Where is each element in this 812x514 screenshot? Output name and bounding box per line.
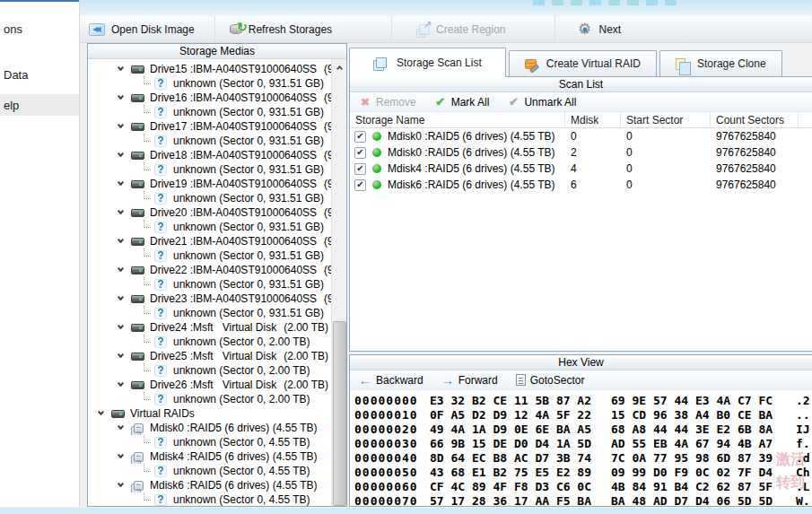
action-button[interactable]: Backward [359,372,423,388]
tree-item[interactable]: Mdisk0 :RAID5 (6 drives) (4.55 TB) [88,421,331,435]
action-button[interactable]: Remove [359,96,416,109]
sidebar-item[interactable]: ons [0,18,79,39]
tree-item[interactable]: unknown (Sector 0, 931.51 GB) [88,76,331,91]
tree-item-icon [154,249,170,262]
action-button[interactable]: GotoSector [516,374,585,387]
chevron-down-icon[interactable] [118,179,124,186]
column-header[interactable]: Count Sectors [711,112,799,127]
tree-item[interactable]: unknown (Sector 0, 2.00 TB) [88,335,331,349]
tree-item[interactable]: unknown (Sector 0, 931.51 GB) [88,105,331,119]
chevron-down-icon[interactable] [118,65,124,71]
tree-item[interactable]: Mdisk6 :RAID5 (6 drives) (4.55 TB) [88,478,331,492]
tree-item[interactable]: Drive19 :IBM-A040ST91000640SS (931. [88,177,331,191]
tree-item[interactable]: unknown (Sector 0, 4.55 TB) [88,435,331,449]
tree-item[interactable]: Drive24 :Msft Virtual Disk (2.00 TB) [88,320,331,335]
tree-item-label: Drive26 :Msft Virtual Disk [150,379,276,391]
scrollbar-thumb[interactable] [333,321,346,506]
chevron-down-icon[interactable] [118,380,124,387]
hex-dump[interactable]: 00000000 E3 32 B2 CE 11 5B 87 A2 69 9E 5… [350,390,812,506]
row-checkbox[interactable] [354,179,366,191]
tree-item-size: (931. [324,149,331,161]
tree-item[interactable]: unknown (Sector 0, 2.00 TB) [88,363,331,378]
sidebar-item[interactable]: Data [0,64,79,85]
tree-item[interactable]: Drive16 :IBM-A040ST91000640SS (931. [88,91,331,105]
tab[interactable]: Storage Clone [659,50,782,76]
cell-start-sector: 0 [621,146,711,159]
chevron-down-icon[interactable] [118,423,124,430]
toolbar-button[interactable]: Create Region [392,16,554,42]
action-button[interactable]: Unmark All [507,95,576,109]
tree-item-label: Drive23 :IBM-A040ST91000640SS [150,292,317,305]
tree-item-icon [131,178,146,190]
action-button[interactable]: Mark All [434,95,490,109]
tree-item[interactable]: Virtual RAIDs [88,406,331,421]
tree-item[interactable]: Drive25 :Msft Virtual Disk (2.00 TB) [88,349,331,363]
chevron-down-icon[interactable] [118,294,124,301]
chevron-down-icon[interactable] [118,352,124,358]
tree-item[interactable]: Drive21 :IBM-A040ST91000640SS (931. [88,234,331,248]
tree-item[interactable]: Drive17 :IBM-A040ST91000640SS (931. [88,119,331,134]
chevron-down-icon[interactable] [118,452,124,458]
tree-item-icon [154,192,170,205]
scroll-up-arrow[interactable] [332,59,346,74]
tree-item[interactable]: unknown (Sector 0, 931.51 GB) [88,134,331,148]
tree-item[interactable]: unknown (Sector 0, 931.51 GB) [88,191,331,205]
hex-ascii: .2.. [796,394,812,407]
tree-item[interactable]: Drive18 :IBM-A040ST91000640SS (931. [88,148,331,162]
tree-item[interactable]: unknown (Sector 0, 2.00 TB) [88,392,331,406]
tree-item[interactable]: unknown (Sector 0, 4.55 TB) [88,464,331,478]
column-header[interactable]: Start Sector [621,112,711,127]
chevron-down-icon[interactable] [98,409,104,415]
column-header[interactable]: Mdisk [565,112,621,127]
tree-item[interactable]: unknown (Sector 0, 931.51 GB) [88,162,331,177]
hex-ascii: .... [796,408,812,422]
row-checkbox[interactable] [354,131,366,143]
chevron-down-icon[interactable] [118,481,124,487]
tree-item[interactable]: unknown (Sector 0, 931.51 GB) [88,248,331,263]
bottom-strip [0,507,812,514]
tree-item[interactable]: Drive26 :Msft Virtual Disk (2.00 TB) [88,378,331,392]
tab[interactable]: Create Virtual RAID [509,50,657,76]
tree-item-label: unknown (Sector 0, 2.00 TB) [173,393,310,405]
toolbar-button[interactable]: Open Disk Image [80,16,215,42]
tree-item[interactable]: unknown (Sector 0, 4.55 TB) [88,492,331,506]
toolbar-button[interactable]: Next [555,16,636,42]
sidebar-item[interactable]: elp [0,94,79,116]
tree-connector [144,464,151,472]
chevron-down-icon[interactable] [118,237,124,243]
action-button[interactable]: Forward [441,372,498,388]
scan-table-row[interactable]: Mdisk6 :RAID5 (6 drives) (4.55 TB) 6 0 9… [350,177,812,193]
tree-item[interactable]: Drive23 :IBM-A040ST91000640SS (931. [88,292,331,306]
column-header[interactable]: Storage Name [350,112,565,127]
chevron-down-icon[interactable] [118,122,124,128]
hex-bytes-group2: 09 99 D0 F9 0C 02 7F D4 [611,466,773,479]
tab[interactable]: Storage Scan List [349,48,506,77]
tree-item[interactable]: Drive15 :IBM-A040ST91000640SS (931. [88,62,331,76]
tree-item[interactable]: unknown (Sector 0, 931.51 GB) [88,306,331,320]
right-panel: Storage Scan List Create Virtual RAID St… [349,43,812,507]
toolbar-button[interactable]: Refresh Storages [215,16,392,42]
tree-item[interactable]: Drive20 :IBM-A040ST91000640SS (931. [88,205,331,220]
tree-item[interactable]: Mdisk4 :RAID5 (6 drives) (4.55 TB) [88,449,331,464]
tab-icon [376,57,387,68]
hex-bytes-group1: 43 68 E1 B2 75 E5 E2 89 [430,466,591,479]
chevron-down-icon[interactable] [118,208,124,214]
scan-table-row[interactable]: Mdisk0 :RAID5 (6 drives) (4.55 TB) 2 0 9… [350,144,812,161]
row-checkbox[interactable] [354,147,366,159]
chevron-down-icon[interactable] [118,323,124,329]
chevron-down-icon[interactable] [118,151,124,157]
logo-band [80,0,812,16]
watermark-line2: 转到 [776,471,810,494]
tree-item[interactable]: Drive22 :IBM-A040ST91000640SS (931. [88,263,331,277]
chevron-down-icon[interactable] [118,93,124,100]
scan-table-row[interactable]: Mdisk0 :RAID5 (6 drives) (4.55 TB) 0 0 9… [350,128,812,144]
chevron-down-icon[interactable] [118,266,124,272]
tree-item-icon [131,235,146,248]
tree-item[interactable]: unknown (Sector 0, 931.51 GB) [88,220,331,234]
scan-table-row[interactable]: Mdisk4 :RAID5 (6 drives) (4.55 TB) 4 0 9… [350,161,812,177]
row-checkbox[interactable] [354,163,366,175]
tree-connector [144,134,151,142]
tree-item[interactable]: unknown (Sector 0, 931.51 GB) [88,277,331,292]
tree-scrollbar[interactable] [331,59,346,506]
tree-item-label: unknown (Sector 0, 931.51 GB) [173,221,324,233]
